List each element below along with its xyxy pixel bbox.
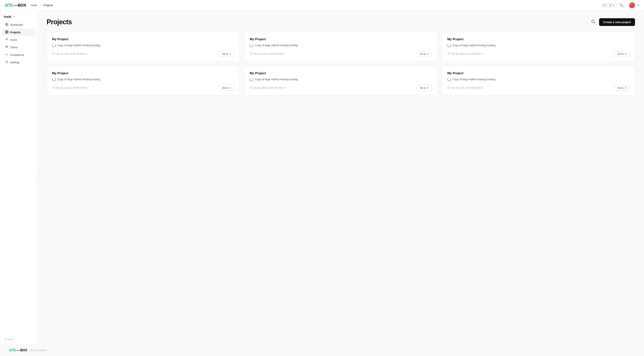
footer-logo-box: BOX: [20, 348, 28, 352]
teams-icon: [5, 46, 8, 49]
dashboard-icon: [5, 23, 8, 27]
workspace-chevron-icon: ▼: [13, 16, 15, 18]
project-card-6: My Project Copy of large Hybrid Hosting …: [442, 66, 635, 96]
project-card-1: My Project Copy of large Hybrid Hosting …: [46, 32, 240, 62]
projects-grid: My Project Copy of large Hybrid Hosting …: [46, 32, 635, 96]
project-title-4: My Project: [52, 72, 234, 75]
logo-box: BOX: [18, 3, 26, 8]
app-body: Statik ▼ Dashboard: [0, 10, 644, 344]
goto-button-4[interactable]: Go to ▼: [220, 85, 234, 91]
sidebar-item-settings[interactable]: Settings: [2, 59, 36, 66]
breadcrumb: Statik → Projects: [31, 4, 53, 7]
sidebar: Statik ▼ Dashboard: [0, 10, 38, 344]
project-icon-5: [250, 78, 254, 81]
svg-rect-2: [6, 24, 6, 26]
shortcut-cmd: ⌘: [603, 4, 606, 7]
goto-button-1[interactable]: Go to ▼: [220, 51, 234, 57]
project-subtitle-1: Copy of large Hybrid Hosting hosting: [52, 44, 234, 47]
footer-logo-dash: —: [16, 348, 20, 352]
goto-button-5[interactable]: Go to ▼: [417, 85, 432, 91]
sidebar-item-dashboard[interactable]: Dashboard: [2, 21, 36, 28]
project-card-2: My Project Copy of large Hybrid Hosting …: [244, 32, 437, 62]
project-subtitle-3: Copy of large Hybrid Hosting hosting: [448, 44, 630, 47]
goto-chevron-icon-6: ▼: [625, 87, 627, 89]
compliance-icon: [5, 53, 8, 57]
logo[interactable]: SITE — BOX: [4, 3, 26, 8]
sidebar-item-projects[interactable]: Projects: [2, 29, 36, 36]
project-icon-4: [52, 78, 56, 81]
search-icon[interactable]: 🔍: [618, 2, 624, 8]
goto-button-2[interactable]: Go to ▼: [417, 51, 432, 57]
goto-button-3[interactable]: Go to ▼: [615, 51, 630, 57]
project-subtitle-2: Copy of large Hybrid Hosting hosting: [250, 44, 432, 47]
breadcrumb-arrow: →: [39, 4, 42, 7]
project-title-1: My Project: [52, 38, 234, 41]
svg-rect-4: [6, 31, 6, 32]
workspace-selector[interactable]: Statik ▼: [0, 14, 38, 21]
project-icon-1: [52, 44, 56, 47]
main-content: Projects Create a new project My Project…: [38, 10, 644, 344]
breadcrumb-current: Projects: [44, 4, 53, 7]
svg-rect-3: [7, 24, 8, 26]
teams-count-label: 29 Teams: [0, 336, 38, 342]
svg-rect-6: [6, 32, 6, 33]
workspace-name: Statik: [4, 15, 12, 18]
settings-icon: [5, 60, 8, 64]
breadcrumb-parent[interactable]: Statik: [31, 4, 37, 7]
svg-rect-7: [7, 32, 8, 33]
clock-icon: [52, 52, 55, 56]
footer-logo-site: SITE: [9, 348, 16, 352]
project-title-5: My Project: [250, 72, 432, 75]
goto-chevron-icon-2: ▼: [427, 53, 429, 55]
project-card-5: My Project Copy of large Hybrid Hosting …: [244, 66, 437, 96]
goto-chevron-icon-3: ▼: [625, 53, 627, 55]
project-subtitle-5: Copy of large Hybrid Hosting hosting: [250, 78, 432, 81]
project-subtitle-6: Copy of large Hybrid Hosting hosting: [448, 78, 630, 81]
sidebar-label-teams: Teams: [10, 46, 18, 49]
svg-rect-1: [7, 23, 8, 24]
goto-button-6[interactable]: Go to ▼: [615, 85, 630, 91]
svg-line-28: [251, 88, 252, 88]
goto-chevron-icon-1: ▼: [229, 53, 232, 55]
footer-env-label: development: [30, 349, 47, 352]
sidebar-item-teams[interactable]: Teams: [2, 44, 36, 51]
logo-site: SITE: [4, 3, 13, 8]
search-icon[interactable]: [590, 19, 596, 25]
project-date-2: Feb 28, 2024 12:00 PM GMT+1: [250, 52, 285, 56]
project-card-3: My Project Copy of large Hybrid Hosting …: [442, 32, 635, 62]
project-footer-4: Feb 28, 2024 12:00 PM GMT+1 Go to ▼: [52, 85, 234, 91]
sidebar-label-projects: Projects: [10, 31, 20, 34]
svg-point-9: [6, 46, 7, 47]
avatar-chevron-icon[interactable]: ▼: [637, 4, 640, 6]
sidebar-label-compliance: Compliance: [10, 54, 24, 56]
header-actions: Create a new project: [590, 18, 635, 26]
project-title-3: My Project: [448, 38, 630, 41]
footer: SITE — BOX development: [0, 344, 644, 356]
shortcut-plus: +: [607, 4, 608, 6]
projects-icon: [5, 30, 8, 34]
svg-line-25: [54, 88, 54, 88]
project-footer-1: Feb 28, 2024 12:00 PM GMT+1 Go to ▼: [52, 51, 234, 57]
goto-chevron-icon-4: ▼: [229, 87, 232, 89]
sidebar-collapse-button[interactable]: ‹: [35, 175, 40, 180]
sidebar-item-compliance[interactable]: Compliance: [2, 51, 36, 58]
shortcut-or: or: [612, 4, 615, 6]
svg-rect-0: [6, 23, 6, 24]
clock-icon: [448, 86, 450, 90]
clock-icon: [250, 86, 252, 90]
svg-point-11: [6, 62, 7, 62]
svg-rect-5: [7, 31, 8, 32]
sidebar-nav: Dashboard Projects: [0, 21, 38, 336]
topnav-right: ⌘ + K or 🔍 ▼: [601, 2, 640, 8]
avatar[interactable]: [629, 2, 635, 8]
project-date-5: Feb 28, 2024 12:00 PM GMT+1: [250, 86, 285, 90]
create-project-button[interactable]: Create a new project: [599, 18, 635, 26]
footer-logo: SITE — BOX: [9, 348, 27, 352]
project-card-4: My Project Copy of large Hybrid Hosting …: [46, 66, 240, 96]
project-icon-2: [250, 44, 254, 47]
svg-line-19: [251, 54, 252, 54]
topnav-divider: [626, 3, 627, 8]
svg-line-13: [594, 22, 595, 24]
sidebar-item-users[interactable]: Users: [2, 36, 36, 44]
project-date-4: Feb 28, 2024 12:00 PM GMT+1: [52, 86, 88, 90]
